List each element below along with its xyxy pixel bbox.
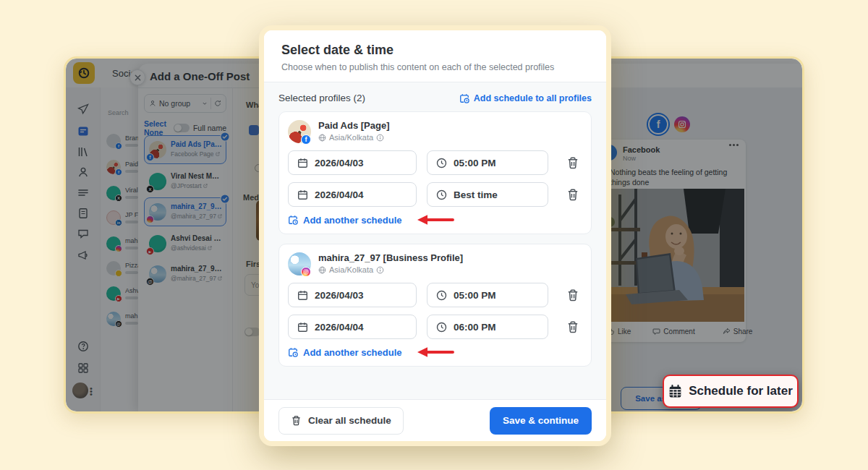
time-field[interactable]: Best time bbox=[427, 182, 548, 207]
delete-schedule-icon[interactable] bbox=[566, 289, 579, 302]
timezone-row: Asia/Kolkata bbox=[318, 133, 389, 142]
time-field[interactable]: 05:00 PM bbox=[427, 283, 548, 307]
add-another-schedule-link[interactable]: Add another schedule bbox=[303, 347, 402, 358]
select-date-time-modal: Select date & time Choose when to publis… bbox=[259, 25, 611, 446]
schedule-row: 2026/04/04 Best time bbox=[288, 182, 582, 207]
schedule-for-later-button[interactable]: Schedule for later bbox=[663, 375, 799, 408]
selected-profiles-label: Selected profiles (2) bbox=[278, 93, 365, 103]
calendar-icon bbox=[297, 158, 308, 168]
clock-icon bbox=[436, 158, 447, 168]
calendar-clock-icon bbox=[459, 93, 469, 103]
delete-schedule-icon[interactable] bbox=[566, 188, 579, 201]
date-field[interactable]: 2026/04/04 bbox=[288, 315, 417, 339]
date-field[interactable]: 2026/04/04 bbox=[288, 182, 417, 207]
calendar-filled-icon bbox=[668, 385, 682, 398]
globe-icon bbox=[318, 266, 326, 274]
add-another-schedule-link[interactable]: Add another schedule bbox=[303, 215, 402, 226]
add-schedule-all-link[interactable]: Add schedule to all profiles bbox=[459, 93, 592, 103]
schedule-row: 2026/04/04 06:00 PM bbox=[288, 315, 582, 339]
modal-header: Select date & time Choose when to publis… bbox=[264, 30, 606, 82]
date-field[interactable]: 2026/04/03 bbox=[288, 283, 417, 307]
schedule-row: 2026/04/03 05:00 PM bbox=[288, 283, 582, 307]
globe-icon bbox=[318, 134, 326, 142]
clock-icon bbox=[436, 189, 447, 200]
date-field[interactable]: 2026/04/03 bbox=[288, 150, 417, 175]
timezone-row: Asia/Kolkata bbox=[318, 265, 463, 274]
calendar-icon bbox=[297, 189, 308, 200]
calendar-icon bbox=[297, 290, 308, 301]
modal-footer: Clear all schedule Save & continue bbox=[264, 399, 606, 441]
delete-schedule-icon[interactable] bbox=[566, 156, 579, 169]
clear-all-schedule-button[interactable]: Clear all schedule bbox=[278, 407, 404, 435]
facebook-badge-icon: f bbox=[301, 134, 311, 145]
modal-subtitle: Choose when to publish this content on e… bbox=[281, 62, 589, 72]
trash-icon bbox=[291, 415, 302, 426]
calendar-clock-icon bbox=[288, 215, 298, 225]
calendar-clock-icon bbox=[288, 347, 298, 357]
profile-avatar bbox=[288, 252, 311, 275]
info-icon[interactable] bbox=[376, 134, 384, 142]
delete-schedule-icon[interactable] bbox=[566, 320, 579, 333]
time-field[interactable]: 05:00 PM bbox=[427, 150, 548, 175]
time-field[interactable]: 06:00 PM bbox=[427, 315, 548, 339]
annotation-arrow-icon bbox=[417, 214, 455, 226]
schedule-card-paid-ads: f Paid Ads [Page] Asia/Kolkata bbox=[278, 111, 592, 234]
schedule-row: 2026/04/03 05:00 PM bbox=[288, 150, 582, 175]
modal-title: Select date & time bbox=[281, 43, 589, 58]
profile-avatar: f bbox=[288, 120, 311, 143]
calendar-icon bbox=[297, 322, 308, 333]
schedule-card-mahira: mahira_27_97 [Business Profile] Asia/Kol… bbox=[278, 244, 592, 367]
modal-body: Selected profiles (2) Add schedule to al… bbox=[264, 82, 606, 399]
instagram-badge-icon bbox=[301, 267, 311, 277]
clock-icon bbox=[436, 290, 447, 301]
clock-icon bbox=[436, 322, 447, 333]
info-icon[interactable] bbox=[376, 266, 384, 274]
screen: Social profiles bbox=[0, 0, 868, 470]
save-continue-button[interactable]: Save & continue bbox=[490, 407, 592, 435]
profile-name: Paid Ads [Page] bbox=[318, 120, 389, 131]
annotation-arrow-icon bbox=[417, 346, 455, 358]
profile-name: mahira_27_97 [Business Profile] bbox=[318, 252, 463, 263]
